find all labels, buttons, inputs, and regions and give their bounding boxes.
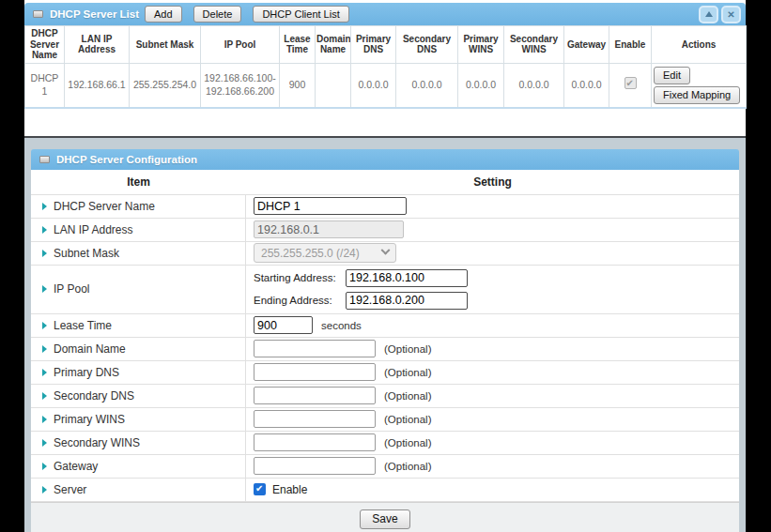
primary-dns-input[interactable] <box>254 363 376 381</box>
cell-domain-name <box>316 63 351 108</box>
ending-address-label: Ending Address: <box>254 295 346 306</box>
row-lan-ip-address: LAN IP Address <box>31 219 739 242</box>
save-button[interactable]: Save <box>360 509 409 529</box>
cell-server-name: DHCP 1 <box>25 63 65 108</box>
col-subnet-mask: Subnet Mask <box>130 26 201 64</box>
optional-label: (Optional) <box>384 461 432 472</box>
row-label: Domain Name <box>54 342 126 356</box>
close-button[interactable]: ✕ <box>721 6 741 23</box>
server-enable-checkbox[interactable] <box>254 483 266 495</box>
row-dhcp-server-name: DHCP Server Name <box>31 195 739 219</box>
dhcp-client-list-button[interactable]: DHCP Client List <box>253 6 348 23</box>
item-arrow-icon <box>42 439 47 447</box>
lease-time-input[interactable] <box>254 316 313 334</box>
dhcp-server-name-input[interactable] <box>254 197 407 215</box>
window-controls: ✕ <box>699 6 741 23</box>
col-dhcp-server-name: DHCP Server Name <box>25 26 65 64</box>
cell-actions: Edit Fixed Mapping <box>652 63 747 108</box>
enable-checkbox-disabled <box>625 77 637 89</box>
fixed-mapping-button[interactable]: Fixed Mapping <box>654 86 740 104</box>
row-primary-dns: Primary DNS (Optional) <box>31 361 739 385</box>
item-arrow-icon <box>42 369 47 376</box>
col-primary-wins: Primary WINS <box>458 26 504 64</box>
cell-enable <box>609 63 652 108</box>
row-label: Gateway <box>54 460 98 473</box>
item-arrow-icon <box>42 416 47 423</box>
primary-wins-input[interactable] <box>254 410 376 428</box>
optional-label: (Optional) <box>384 343 432 355</box>
cell-lease-time: 900 <box>280 63 316 108</box>
col-lan-ip-address: LAN IP Address <box>65 26 130 64</box>
lan-ip-address-input <box>254 220 404 238</box>
row-label: LAN IP Address <box>54 223 133 236</box>
row-label: Primary DNS <box>54 366 119 379</box>
col-primary-dns: Primary DNS <box>351 26 396 64</box>
col-secondary-wins: Secondary WINS <box>504 26 564 64</box>
row-label: Secondary DNS <box>54 389 134 403</box>
item-arrow-icon <box>42 250 47 257</box>
table-header-row: DHCP Server Name LAN IP Address Subnet M… <box>25 26 747 64</box>
row-label: Lease Time <box>54 319 112 332</box>
col-actions: Actions <box>652 26 747 64</box>
table-row: DHCP 1 192.168.66.1 255.255.254.0 192.16… <box>25 63 747 108</box>
row-ip-pool: IP Pool Starting Address: Ending Address… <box>31 266 739 314</box>
row-domain-name: Domain Name (Optional) <box>31 338 739 361</box>
dhcp-server-configuration-panel: DHCP Server Configuration Item Setting D… <box>24 136 746 532</box>
col-secondary-dns: Secondary DNS <box>396 26 458 64</box>
domain-name-input[interactable] <box>254 340 376 357</box>
optional-label: (Optional) <box>384 414 432 425</box>
row-label: DHCP Server Name <box>54 200 155 213</box>
col-enable: Enable <box>609 26 652 64</box>
item-arrow-icon <box>42 322 47 329</box>
cell-secondary-wins: 0.0.0.0 <box>504 63 564 108</box>
chevron-down-icon <box>381 246 391 255</box>
cell-primary-wins: 0.0.0.0 <box>458 63 504 108</box>
secondary-wins-input[interactable] <box>254 433 376 451</box>
col-domain-name: Domain Name <box>316 26 351 64</box>
cell-gateway: 0.0.0.0 <box>564 63 609 108</box>
cell-ip-pool: 192.168.66.100-192.168.66.200 <box>201 63 280 108</box>
delete-button[interactable]: Delete <box>193 6 242 23</box>
cell-subnet-mask: 255.255.254.0 <box>130 63 201 108</box>
row-secondary-wins: Secondary WINS (Optional) <box>31 432 739 455</box>
server-enable-label: Enable <box>272 483 307 496</box>
edit-button[interactable]: Edit <box>654 67 690 84</box>
ending-address-input[interactable] <box>346 292 468 310</box>
row-secondary-dns: Secondary DNS (Optional) <box>31 385 739 408</box>
save-bar: Save <box>31 502 739 532</box>
section-gap <box>24 109 746 136</box>
col-ip-pool: IP Pool <box>201 26 280 64</box>
row-primary-wins: Primary WINS (Optional) <box>31 408 739 432</box>
row-gateway: Gateway (Optional) <box>31 455 739 479</box>
item-arrow-icon <box>42 203 47 210</box>
optional-label: (Optional) <box>384 390 432 402</box>
gateway-input[interactable] <box>254 457 376 475</box>
cell-lan-ip: 192.168.66.1 <box>65 63 130 108</box>
dhcp-server-configuration-title: DHCP Server Configuration <box>56 154 197 165</box>
starting-address-input[interactable] <box>346 269 468 287</box>
row-lease-time: Lease Time seconds <box>31 314 739 338</box>
row-label: Secondary WINS <box>54 436 140 449</box>
col-gateway: Gateway <box>564 26 609 64</box>
add-button[interactable]: Add <box>145 6 182 23</box>
row-subnet-mask: Subnet Mask 255.255.255.0 (/24) <box>31 242 739 266</box>
cell-secondary-dns: 0.0.0.0 <box>396 63 458 108</box>
setting-column-header: Setting <box>246 175 739 189</box>
subnet-mask-value: 255.255.255.0 (/24) <box>261 247 360 260</box>
row-label: Subnet Mask <box>54 247 119 260</box>
starting-address-label: Starting Address: <box>254 272 346 283</box>
optional-label: (Optional) <box>384 367 432 378</box>
secondary-dns-input[interactable] <box>254 387 376 404</box>
optional-label: (Optional) <box>384 437 432 448</box>
dhcp-server-list-title: DHCP Server List <box>50 8 139 20</box>
row-label: IP Pool <box>54 282 89 296</box>
row-label: Primary WINS <box>54 413 125 426</box>
item-arrow-icon <box>42 392 47 400</box>
dhcp-server-list-header: DHCP Server List Add Delete DHCP Client … <box>24 3 746 25</box>
item-arrow-icon <box>42 285 47 293</box>
configuration-table-header: Item Setting <box>31 170 739 195</box>
collapse-button[interactable] <box>699 6 718 23</box>
panel-icon <box>39 156 50 163</box>
dhcp-server-configuration-header: DHCP Server Configuration <box>31 149 739 170</box>
content-area: DHCP Server List Add Delete DHCP Client … <box>24 0 746 532</box>
